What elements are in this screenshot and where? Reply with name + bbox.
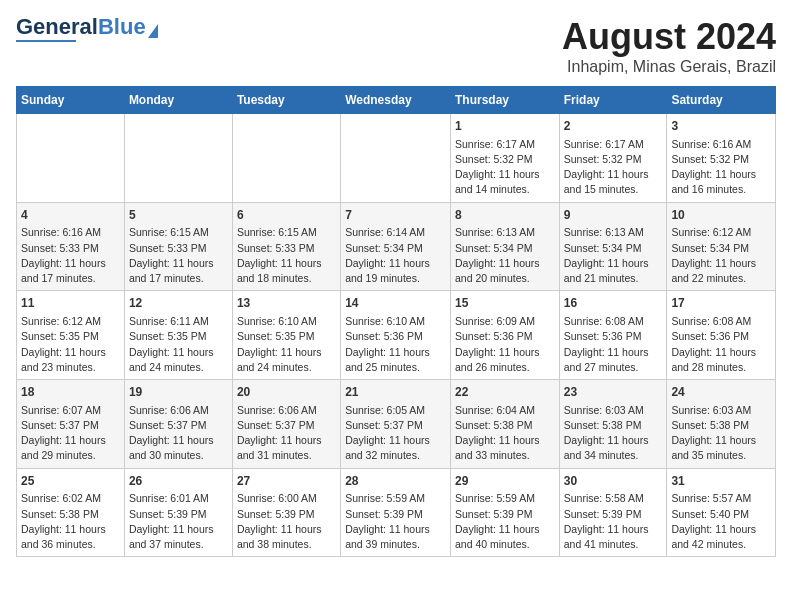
day-details: Sunrise: 6:01 AM Sunset: 5:39 PM Dayligh… — [129, 491, 228, 552]
calendar-cell: 14Sunrise: 6:10 AM Sunset: 5:36 PM Dayli… — [341, 291, 451, 380]
day-number: 7 — [345, 207, 446, 224]
day-details: Sunrise: 6:09 AM Sunset: 5:36 PM Dayligh… — [455, 314, 555, 375]
day-number: 11 — [21, 295, 120, 312]
calendar-cell: 4Sunrise: 6:16 AM Sunset: 5:33 PM Daylig… — [17, 202, 125, 291]
calendar-week-row: 11Sunrise: 6:12 AM Sunset: 5:35 PM Dayli… — [17, 291, 776, 380]
day-details: Sunrise: 5:57 AM Sunset: 5:40 PM Dayligh… — [671, 491, 771, 552]
day-number: 27 — [237, 473, 336, 490]
day-number: 18 — [21, 384, 120, 401]
calendar-cell: 11Sunrise: 6:12 AM Sunset: 5:35 PM Dayli… — [17, 291, 125, 380]
day-details: Sunrise: 5:58 AM Sunset: 5:39 PM Dayligh… — [564, 491, 663, 552]
logo-underline — [16, 40, 76, 42]
day-details: Sunrise: 6:03 AM Sunset: 5:38 PM Dayligh… — [564, 403, 663, 464]
day-details: Sunrise: 6:15 AM Sunset: 5:33 PM Dayligh… — [237, 225, 336, 286]
day-number: 8 — [455, 207, 555, 224]
logo-text: GeneralBlue — [16, 16, 146, 38]
calendar-cell: 18Sunrise: 6:07 AM Sunset: 5:37 PM Dayli… — [17, 380, 125, 469]
calendar-cell: 2Sunrise: 6:17 AM Sunset: 5:32 PM Daylig… — [559, 114, 667, 203]
day-number: 20 — [237, 384, 336, 401]
day-details: Sunrise: 6:07 AM Sunset: 5:37 PM Dayligh… — [21, 403, 120, 464]
header-friday: Friday — [559, 87, 667, 114]
logo: GeneralBlue — [16, 16, 158, 42]
page-title: August 2024 — [562, 16, 776, 58]
calendar-cell: 7Sunrise: 6:14 AM Sunset: 5:34 PM Daylig… — [341, 202, 451, 291]
calendar-cell: 15Sunrise: 6:09 AM Sunset: 5:36 PM Dayli… — [450, 291, 559, 380]
calendar-cell: 6Sunrise: 6:15 AM Sunset: 5:33 PM Daylig… — [232, 202, 340, 291]
day-details: Sunrise: 6:06 AM Sunset: 5:37 PM Dayligh… — [237, 403, 336, 464]
day-details: Sunrise: 6:12 AM Sunset: 5:35 PM Dayligh… — [21, 314, 120, 375]
day-number: 14 — [345, 295, 446, 312]
calendar-cell: 23Sunrise: 6:03 AM Sunset: 5:38 PM Dayli… — [559, 380, 667, 469]
page-header: GeneralBlue August 2024 Inhapim, Minas G… — [16, 16, 776, 76]
calendar-cell: 30Sunrise: 5:58 AM Sunset: 5:39 PM Dayli… — [559, 468, 667, 557]
day-details: Sunrise: 6:04 AM Sunset: 5:38 PM Dayligh… — [455, 403, 555, 464]
calendar-header: Sunday Monday Tuesday Wednesday Thursday… — [17, 87, 776, 114]
day-details: Sunrise: 6:00 AM Sunset: 5:39 PM Dayligh… — [237, 491, 336, 552]
calendar-cell: 24Sunrise: 6:03 AM Sunset: 5:38 PM Dayli… — [667, 380, 776, 469]
calendar-cell: 28Sunrise: 5:59 AM Sunset: 5:39 PM Dayli… — [341, 468, 451, 557]
day-details: Sunrise: 6:17 AM Sunset: 5:32 PM Dayligh… — [455, 137, 555, 198]
day-number: 3 — [671, 118, 771, 135]
day-number: 30 — [564, 473, 663, 490]
calendar-cell: 3Sunrise: 6:16 AM Sunset: 5:32 PM Daylig… — [667, 114, 776, 203]
calendar-cell — [232, 114, 340, 203]
day-number: 23 — [564, 384, 663, 401]
day-details: Sunrise: 6:17 AM Sunset: 5:32 PM Dayligh… — [564, 137, 663, 198]
day-number: 24 — [671, 384, 771, 401]
calendar-cell — [17, 114, 125, 203]
day-number: 29 — [455, 473, 555, 490]
calendar-cell: 9Sunrise: 6:13 AM Sunset: 5:34 PM Daylig… — [559, 202, 667, 291]
day-details: Sunrise: 6:16 AM Sunset: 5:33 PM Dayligh… — [21, 225, 120, 286]
day-number: 28 — [345, 473, 446, 490]
calendar-week-row: 25Sunrise: 6:02 AM Sunset: 5:38 PM Dayli… — [17, 468, 776, 557]
calendar-cell: 13Sunrise: 6:10 AM Sunset: 5:35 PM Dayli… — [232, 291, 340, 380]
header-sunday: Sunday — [17, 87, 125, 114]
day-number: 22 — [455, 384, 555, 401]
calendar-week-row: 1Sunrise: 6:17 AM Sunset: 5:32 PM Daylig… — [17, 114, 776, 203]
header-wednesday: Wednesday — [341, 87, 451, 114]
day-number: 21 — [345, 384, 446, 401]
day-details: Sunrise: 6:11 AM Sunset: 5:35 PM Dayligh… — [129, 314, 228, 375]
calendar-cell: 1Sunrise: 6:17 AM Sunset: 5:32 PM Daylig… — [450, 114, 559, 203]
calendar-cell: 20Sunrise: 6:06 AM Sunset: 5:37 PM Dayli… — [232, 380, 340, 469]
day-details: Sunrise: 6:08 AM Sunset: 5:36 PM Dayligh… — [671, 314, 771, 375]
calendar-cell: 25Sunrise: 6:02 AM Sunset: 5:38 PM Dayli… — [17, 468, 125, 557]
day-details: Sunrise: 6:14 AM Sunset: 5:34 PM Dayligh… — [345, 225, 446, 286]
page-subtitle: Inhapim, Minas Gerais, Brazil — [562, 58, 776, 76]
calendar-table: Sunday Monday Tuesday Wednesday Thursday… — [16, 86, 776, 557]
day-number: 9 — [564, 207, 663, 224]
day-details: Sunrise: 6:15 AM Sunset: 5:33 PM Dayligh… — [129, 225, 228, 286]
day-details: Sunrise: 5:59 AM Sunset: 5:39 PM Dayligh… — [345, 491, 446, 552]
day-number: 17 — [671, 295, 771, 312]
title-block: August 2024 Inhapim, Minas Gerais, Brazi… — [562, 16, 776, 76]
day-details: Sunrise: 5:59 AM Sunset: 5:39 PM Dayligh… — [455, 491, 555, 552]
day-number: 15 — [455, 295, 555, 312]
day-details: Sunrise: 6:13 AM Sunset: 5:34 PM Dayligh… — [455, 225, 555, 286]
calendar-cell: 31Sunrise: 5:57 AM Sunset: 5:40 PM Dayli… — [667, 468, 776, 557]
calendar-week-row: 4Sunrise: 6:16 AM Sunset: 5:33 PM Daylig… — [17, 202, 776, 291]
day-number: 10 — [671, 207, 771, 224]
calendar-week-row: 18Sunrise: 6:07 AM Sunset: 5:37 PM Dayli… — [17, 380, 776, 469]
calendar-cell: 26Sunrise: 6:01 AM Sunset: 5:39 PM Dayli… — [124, 468, 232, 557]
header-monday: Monday — [124, 87, 232, 114]
calendar-cell: 27Sunrise: 6:00 AM Sunset: 5:39 PM Dayli… — [232, 468, 340, 557]
calendar-cell — [341, 114, 451, 203]
day-details: Sunrise: 6:06 AM Sunset: 5:37 PM Dayligh… — [129, 403, 228, 464]
day-number: 31 — [671, 473, 771, 490]
calendar-cell: 22Sunrise: 6:04 AM Sunset: 5:38 PM Dayli… — [450, 380, 559, 469]
calendar-cell: 16Sunrise: 6:08 AM Sunset: 5:36 PM Dayli… — [559, 291, 667, 380]
logo-triangle-icon — [148, 24, 158, 38]
calendar-cell: 17Sunrise: 6:08 AM Sunset: 5:36 PM Dayli… — [667, 291, 776, 380]
day-number: 1 — [455, 118, 555, 135]
weekday-row: Sunday Monday Tuesday Wednesday Thursday… — [17, 87, 776, 114]
day-number: 26 — [129, 473, 228, 490]
calendar-cell: 5Sunrise: 6:15 AM Sunset: 5:33 PM Daylig… — [124, 202, 232, 291]
calendar-cell: 29Sunrise: 5:59 AM Sunset: 5:39 PM Dayli… — [450, 468, 559, 557]
day-number: 5 — [129, 207, 228, 224]
day-number: 13 — [237, 295, 336, 312]
day-details: Sunrise: 6:05 AM Sunset: 5:37 PM Dayligh… — [345, 403, 446, 464]
day-number: 25 — [21, 473, 120, 490]
header-saturday: Saturday — [667, 87, 776, 114]
day-details: Sunrise: 6:16 AM Sunset: 5:32 PM Dayligh… — [671, 137, 771, 198]
day-details: Sunrise: 6:12 AM Sunset: 5:34 PM Dayligh… — [671, 225, 771, 286]
